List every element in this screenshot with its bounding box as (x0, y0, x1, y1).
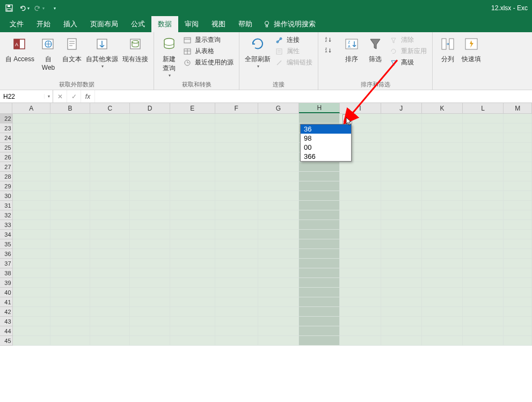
tab-formulas[interactable]: 公式 (125, 16, 151, 32)
cell-F25[interactable] (215, 143, 258, 152)
cell-A32[interactable] (13, 210, 50, 220)
cell-L25[interactable] (463, 143, 504, 152)
cell-I34[interactable] (340, 230, 381, 239)
cell-F31[interactable] (215, 201, 258, 210)
cell-I33[interactable] (340, 220, 381, 230)
cell-B22[interactable] (50, 114, 90, 123)
cell-G36[interactable] (258, 249, 299, 259)
cell-H43[interactable] (299, 317, 340, 326)
cell-B45[interactable] (50, 336, 90, 346)
cell-G26[interactable] (258, 152, 299, 162)
cell-D38[interactable] (130, 268, 170, 278)
cell-G24[interactable] (258, 133, 299, 143)
cell-B28[interactable] (50, 172, 90, 181)
cell-E35[interactable] (170, 239, 215, 249)
cell-D27[interactable] (130, 162, 170, 172)
cell-M29[interactable] (504, 181, 532, 191)
cell-D23[interactable] (130, 123, 170, 133)
cell-E24[interactable] (170, 133, 215, 143)
cell-A33[interactable] (13, 220, 50, 230)
cell-K45[interactable] (422, 336, 463, 346)
cell-M38[interactable] (504, 268, 532, 278)
cell-A25[interactable] (13, 143, 50, 152)
cell-C24[interactable] (90, 133, 130, 143)
cell-G25[interactable] (258, 143, 299, 152)
cell-F23[interactable] (215, 123, 258, 133)
cell-L38[interactable] (463, 268, 504, 278)
sort-asc-button[interactable]: AZ (322, 34, 338, 45)
cell-M28[interactable] (504, 172, 532, 181)
cell-B41[interactable] (50, 297, 90, 307)
row-header-31[interactable]: 31 (0, 201, 13, 210)
formula-enter-button[interactable]: ✓ (67, 90, 81, 103)
cell-H31[interactable] (299, 201, 340, 210)
cell-A45[interactable] (13, 336, 50, 346)
cell-A23[interactable] (13, 123, 50, 133)
cell-A38[interactable] (13, 268, 50, 278)
insert-function-button[interactable]: fx (81, 90, 95, 103)
cell-G33[interactable] (258, 220, 299, 230)
cell-D34[interactable] (130, 230, 170, 239)
cell-F41[interactable] (215, 297, 258, 307)
cell-F42[interactable] (215, 307, 258, 317)
new-query-button[interactable]: 新建 查询▾ (157, 34, 181, 79)
cell-J42[interactable] (381, 307, 422, 317)
cell-F44[interactable] (215, 326, 258, 336)
cell-A26[interactable] (13, 152, 50, 162)
column-header-J[interactable]: J (381, 103, 422, 113)
connections-button[interactable]: 连接 (273, 34, 315, 46)
cell-B23[interactable] (50, 123, 90, 133)
cell-L45[interactable] (463, 336, 504, 346)
cell-E31[interactable] (170, 201, 215, 210)
cell-L44[interactable] (463, 326, 504, 336)
cell-H30[interactable] (299, 191, 340, 201)
cell-A22[interactable] (13, 114, 50, 123)
from-access-button[interactable]: A 自 Access (3, 34, 37, 65)
cell-C39[interactable] (90, 278, 130, 288)
cell-L30[interactable] (463, 191, 504, 201)
tab-home[interactable]: 开始 (30, 16, 57, 32)
cell-C44[interactable] (90, 326, 130, 336)
cell-L31[interactable] (463, 201, 504, 210)
cell-L36[interactable] (463, 249, 504, 259)
cell-J29[interactable] (381, 181, 422, 191)
cell-E25[interactable] (170, 143, 215, 152)
cell-G23[interactable] (258, 123, 299, 133)
cell-G43[interactable] (258, 317, 299, 326)
sort-button[interactable]: ZA 排序 (340, 34, 363, 65)
existing-connections-button[interactable]: 现有连接 (120, 34, 150, 65)
cell-K29[interactable] (422, 181, 463, 191)
cell-K44[interactable] (422, 326, 463, 336)
row-header-29[interactable]: 29 (0, 181, 13, 191)
row-header-22[interactable]: 22 (0, 114, 13, 123)
cell-E33[interactable] (170, 220, 215, 230)
tab-help[interactable]: 帮助 (232, 16, 259, 32)
cell-K41[interactable] (422, 297, 463, 307)
cell-C35[interactable] (90, 239, 130, 249)
column-header-A[interactable]: A (12, 103, 50, 113)
cell-H44[interactable] (299, 326, 340, 336)
cell-C26[interactable] (90, 152, 130, 162)
row-header-32[interactable]: 32 (0, 210, 13, 220)
row-header-34[interactable]: 34 (0, 230, 13, 239)
validation-option[interactable]: 36 (301, 125, 351, 134)
cell-B27[interactable] (50, 162, 90, 172)
cell-H32[interactable] (299, 210, 340, 220)
cell-J32[interactable] (381, 210, 422, 220)
cell-B25[interactable] (50, 143, 90, 152)
validation-option[interactable]: 00 (301, 143, 351, 152)
cell-F22[interactable] (215, 114, 258, 123)
cell-M23[interactable] (504, 123, 532, 133)
cell-K39[interactable] (422, 278, 463, 288)
formula-cancel-button[interactable]: ✕ (53, 90, 67, 103)
column-header-G[interactable]: G (258, 103, 299, 113)
cell-J35[interactable] (381, 239, 422, 249)
cell-D32[interactable] (130, 210, 170, 220)
cell-F36[interactable] (215, 249, 258, 259)
cell-J25[interactable] (381, 143, 422, 152)
cell-E28[interactable] (170, 172, 215, 181)
spreadsheet-grid[interactable]: ABCDEFGHIJKLM 22232425262728293031323334… (0, 103, 532, 402)
data-validation-dropdown-button[interactable]: ▾ (342, 114, 352, 124)
cell-F33[interactable] (215, 220, 258, 230)
cell-K40[interactable] (422, 288, 463, 297)
